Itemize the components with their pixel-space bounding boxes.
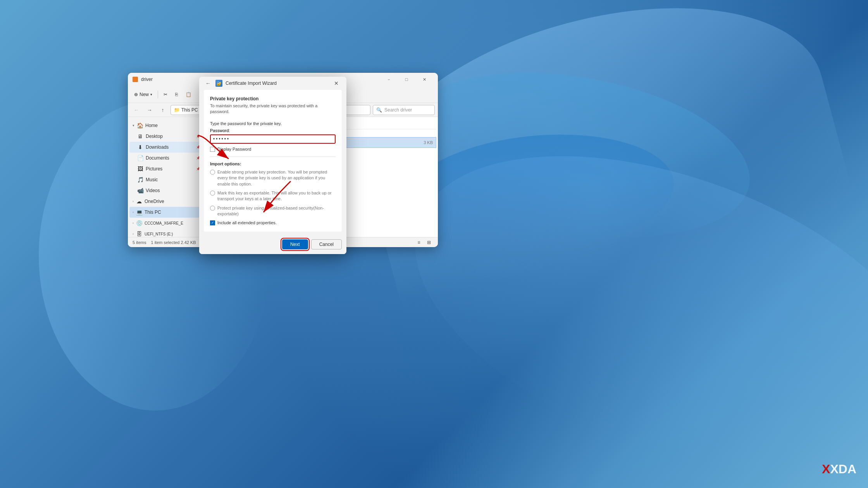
dialog-close-button[interactable]: ✕ — [331, 78, 342, 88]
search-box[interactable]: 🔍 Search driver — [373, 105, 435, 115]
password-input[interactable] — [210, 134, 336, 144]
documents-icon: 📄 — [137, 155, 143, 161]
onedrive-icon: ☁ — [136, 198, 142, 204]
cancel-button[interactable]: Cancel — [311, 239, 342, 249]
items-count: 5 items — [133, 240, 146, 245]
up-button[interactable]: ↑ — [157, 105, 168, 115]
option-2-label: Mark this key as exportable. This will a… — [217, 190, 336, 202]
option-3-row: Protect private key using virtualized-ba… — [210, 205, 336, 217]
option-4-label: Include all extended properties. — [217, 220, 277, 225]
toolbar-separator — [158, 91, 158, 98]
list-view-button[interactable]: ≡ — [415, 239, 423, 246]
music-icon: 🎵 — [137, 177, 143, 183]
sidebar: ▾ 🏠 Home 🖥 Desktop 📌 ⬇ Downloads 📌 📄 Doc… — [128, 117, 205, 237]
option-3-radio[interactable] — [210, 206, 215, 211]
sidebar-item-thispc[interactable]: › 💻 This PC — [129, 207, 203, 218]
display-password-row: Display Password — [210, 147, 336, 152]
sidebar-item-desktop[interactable]: 🖥 Desktop 📌 — [129, 131, 203, 142]
display-password-label: Display Password — [217, 147, 251, 151]
next-button[interactable]: Next — [282, 239, 308, 249]
maximize-button[interactable]: □ — [398, 74, 415, 85]
downloads-icon: ⬇ — [137, 144, 143, 150]
videos-icon: 📹 — [137, 187, 143, 194]
chevron-icon: › — [133, 199, 134, 203]
option-1-radio[interactable] — [210, 170, 215, 175]
option-1-label: Enable strong private key protection. Yo… — [217, 169, 336, 187]
thispc-icon: 💻 — [136, 209, 142, 215]
sidebar-item-documents[interactable]: 📄 Documents 📌 — [129, 153, 203, 163]
plus-icon: ⊕ — [134, 92, 138, 97]
view-controls: ≡ ⊞ — [415, 239, 433, 246]
certificate-import-dialog: ← 🔐 Certificate Import Wizard ✕ Private … — [199, 77, 346, 254]
password-field-label: Password: — [210, 128, 336, 133]
chevron-icon: ▾ — [133, 124, 134, 127]
copy-button[interactable]: ⎘ — [172, 88, 181, 101]
back-button[interactable]: ← — [131, 105, 142, 115]
chevron-icon: › — [133, 221, 134, 225]
option-1-row: Enable strong private key protection. Yo… — [210, 169, 336, 187]
dialog-title: Certificate Import Wizard — [226, 81, 328, 86]
search-icon: 🔍 — [376, 107, 382, 113]
disk-icon: 💿 — [136, 220, 142, 226]
sidebar-item-onedrive[interactable]: › ☁ OneDrive — [129, 196, 203, 207]
paste-button[interactable]: 📋 — [183, 88, 195, 101]
cert-dialog-content: Private key protection To maintain secur… — [204, 90, 342, 232]
option-3-label: Protect private key using virtualized-ba… — [217, 205, 336, 217]
cert-dialog-titlebar: ← 🔐 Certificate Import Wizard ✕ — [199, 77, 346, 90]
section-description: To maintain security, the private key wa… — [210, 103, 336, 115]
sidebar-item-pictures[interactable]: 🖼 Pictures 📌 — [129, 163, 203, 174]
sidebar-item-videos[interactable]: 📹 Videos — [129, 185, 203, 196]
selection-info: 1 item selected 2.42 KB — [151, 240, 196, 245]
option-2-row: Mark this key as exportable. This will a… — [210, 190, 336, 202]
xda-logo: XXDA — [822, 462, 856, 476]
content-divider — [210, 156, 336, 157]
details-view-button[interactable]: ⊞ — [425, 239, 433, 246]
sidebar-item-home[interactable]: ▾ 🏠 Home — [129, 120, 203, 131]
new-button[interactable]: ⊕ New ▾ — [131, 88, 155, 101]
sidebar-item-cccoma[interactable]: › 💿 CCCOMA_X64FRE_E — [129, 218, 203, 229]
option-2-radio[interactable] — [210, 191, 215, 196]
window-controls: － □ ✕ — [380, 74, 433, 85]
dialog-back-button[interactable]: ← — [204, 79, 212, 88]
pictures-icon: 🖼 — [137, 166, 143, 172]
forward-button[interactable]: → — [144, 105, 155, 115]
sidebar-item-downloads[interactable]: ⬇ Downloads 📌 — [129, 142, 203, 153]
home-icon: 🏠 — [137, 122, 143, 129]
sidebar-item-music[interactable]: 🎵 Music — [129, 174, 203, 185]
cut-button[interactable]: ✂ — [160, 88, 170, 101]
section-title: Private key protection — [210, 96, 336, 101]
chevron-icon: › — [133, 210, 134, 214]
chevron-icon: › — [133, 232, 134, 236]
titlebar-icon — [133, 77, 138, 82]
cert-icon: 🔐 — [215, 80, 222, 87]
folder-breadcrumb-icon: 📁 — [174, 107, 180, 113]
option-4-checkbox[interactable]: ✓ — [210, 220, 215, 225]
minimize-button[interactable]: － — [380, 74, 398, 85]
cert-dialog-footer: Next Cancel — [199, 236, 346, 254]
desktop-icon: 🖥 — [137, 133, 143, 139]
close-window-button[interactable]: ✕ — [415, 74, 433, 85]
display-password-checkbox[interactable] — [210, 147, 215, 152]
option-4-row: ✓ Include all extended properties. — [210, 220, 336, 225]
dropdown-arrow: ▾ — [150, 93, 152, 96]
password-prompt: Type the password for the private key. — [210, 121, 336, 126]
sidebar-item-uefi[interactable]: › 🗄 UEFI_NTFS (E:) — [129, 229, 203, 237]
drive-icon: 🗄 — [136, 231, 142, 237]
import-options-label: Import options: — [210, 162, 336, 166]
